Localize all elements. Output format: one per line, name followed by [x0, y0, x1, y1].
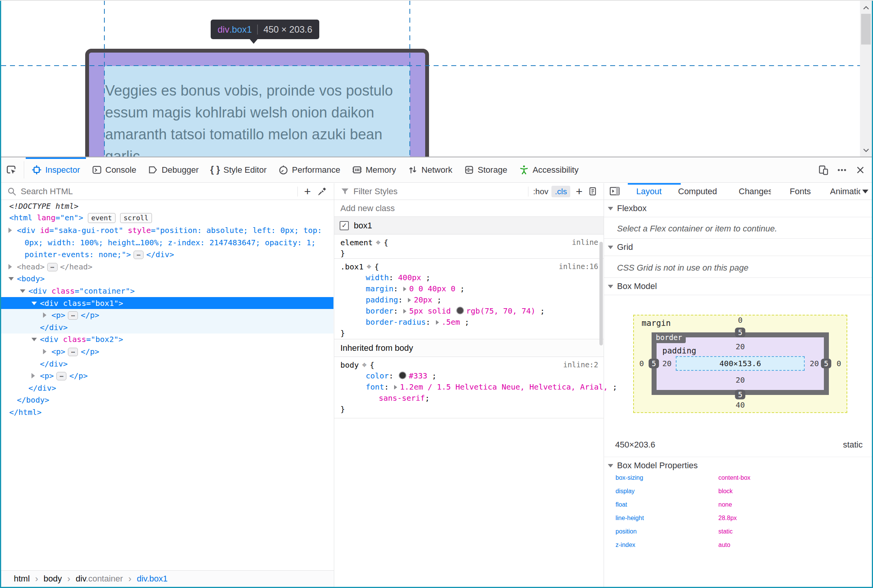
page-scrollbar-thumb[interactable]: [861, 14, 871, 45]
margin-bottom-value[interactable]: 40: [736, 400, 745, 410]
selector-highlighter-icon[interactable]: ⌖: [366, 262, 371, 271]
markup-line[interactable]: <div class="box2">: [0, 334, 333, 346]
css-declaration-width[interactable]: width: 400px ;: [334, 272, 604, 283]
markup-line[interactable]: <div class="container">: [0, 285, 333, 297]
markup-tree: <!DOCTYPE html><html lang="en">eventscro…: [0, 0, 334, 570]
responsive-mode-icon[interactable]: [817, 164, 830, 177]
breadcrumb-item-div[interactable]: div.container: [76, 574, 123, 584]
expand-arrow[interactable]: [43, 312, 46, 318]
expand-shorthand-icon[interactable]: [394, 385, 397, 390]
collapse-arrow[interactable]: [31, 338, 37, 341]
add-new-class-row[interactable]: Add new class: [334, 200, 604, 217]
tab-computed[interactable]: Computed: [678, 183, 721, 200]
padding-right-value[interactable]: 20: [810, 359, 819, 368]
collapsed-content-badge[interactable]: ⋯: [134, 251, 144, 259]
stylesheet-source-link[interactable]: inline:2: [563, 359, 598, 370]
color-swatch[interactable]: [399, 372, 406, 379]
markup-line[interactable]: pointer-events: none;">⋯</div>: [0, 248, 333, 261]
selector-highlighter-icon[interactable]: ⌖: [376, 238, 380, 247]
border-right-value[interactable]: 5: [821, 359, 831, 368]
tab-fonts[interactable]: Fonts: [790, 183, 811, 200]
css-declaration-padding[interactable]: padding: 20px ;: [334, 294, 604, 306]
padding-bottom-value[interactable]: 20: [736, 375, 745, 385]
css-declaration-color[interactable]: color: #333 ;: [334, 370, 604, 382]
padding-top-value[interactable]: 20: [736, 342, 745, 351]
event-badge[interactable]: event: [88, 213, 116, 223]
expand-shorthand-icon[interactable]: [403, 309, 406, 314]
expand-arrow[interactable]: [8, 228, 12, 233]
breadcrumb-item-html[interactable]: html: [14, 574, 30, 584]
padding-left-value[interactable]: 20: [662, 359, 672, 368]
grid-section-header[interactable]: Grid: [604, 239, 872, 256]
box-model-properties-header[interactable]: Box Model Properties: [604, 457, 872, 474]
scroll-up-icon[interactable]: [862, 4, 870, 12]
rule-selector[interactable]: .box1: [340, 262, 363, 271]
border-top-value[interactable]: 5: [735, 328, 745, 337]
markup-line[interactable]: <body>: [0, 273, 333, 285]
markup-line[interactable]: </html>: [0, 406, 333, 418]
markup-line[interactable]: <html lang="en">eventscroll: [0, 212, 333, 225]
margin-left-value[interactable]: 0: [639, 359, 644, 368]
expand-arrow[interactable]: [43, 349, 46, 354]
rule-selector[interactable]: body: [340, 360, 359, 370]
rule-selector[interactable]: element: [340, 238, 373, 247]
stylesheet-source-link[interactable]: inline:16: [559, 261, 598, 272]
css-declaration-border[interactable]: border: 5px solid rgb(75, 70, 74) ;: [334, 306, 604, 317]
markup-line[interactable]: <p>⋯</p>: [0, 345, 333, 358]
markup-line[interactable]: <p>⋯</p>: [0, 309, 333, 321]
bmp-property-name: float: [616, 501, 627, 508]
markup-line[interactable]: <p>⋯</p>: [0, 370, 333, 382]
expand-shorthand-icon[interactable]: [436, 320, 439, 325]
rules-scrollbar-thumb[interactable]: [599, 242, 603, 345]
margin-right-value[interactable]: 0: [837, 359, 841, 368]
sidebar-toggle-icon[interactable]: [609, 186, 620, 196]
tab-animations[interactable]: Animations: [830, 183, 860, 200]
tab-changes[interactable]: Changes: [739, 183, 771, 200]
selector-highlighter-icon[interactable]: ⌖: [362, 360, 366, 370]
meatball-menu-icon[interactable]: [835, 164, 848, 177]
collapsed-content-badge[interactable]: ⋯: [68, 348, 78, 356]
color-swatch[interactable]: [456, 307, 464, 314]
expand-arrow[interactable]: [8, 264, 12, 269]
collapse-arrow[interactable]: [20, 289, 25, 293]
markup-line[interactable]: </div>: [0, 321, 333, 334]
collapse-arrow[interactable]: [31, 302, 37, 305]
breadcrumb-item-body[interactable]: body: [44, 574, 62, 584]
markup-line[interactable]: <div class="box1">: [0, 297, 333, 309]
scroll-badge[interactable]: scroll: [120, 213, 152, 223]
collapsed-content-badge[interactable]: ⋯: [47, 263, 57, 271]
css-declaration-border-radius[interactable]: border-radius: .5em ;: [334, 317, 604, 328]
breadcrumb-item-div-box1[interactable]: div.box1: [137, 574, 167, 584]
stylesheet-source-link[interactable]: inline: [572, 237, 598, 248]
box-model-content-region[interactable]: 400×153.6: [676, 356, 805, 371]
markup-line[interactable]: 0px; width: 100%; height…100%; z-index: …: [0, 236, 333, 249]
tab-layout[interactable]: Layout: [636, 183, 672, 200]
expand-shorthand-icon[interactable]: [408, 298, 411, 302]
collapsed-content-badge[interactable]: ⋯: [68, 311, 78, 320]
box-model-section-header[interactable]: Box Model: [604, 278, 872, 295]
markup-line[interactable]: <!DOCTYPE html>: [0, 200, 333, 212]
collapsed-content-badge[interactable]: ⋯: [56, 372, 66, 380]
markup-line[interactable]: <head>⋯</head>: [0, 261, 333, 273]
flexbox-section-header[interactable]: Flexbox: [604, 200, 872, 217]
markup-line[interactable]: <div id="saka-gui-root" style="position:…: [0, 224, 333, 236]
scroll-down-icon[interactable]: [862, 146, 870, 154]
expand-shorthand-icon[interactable]: [403, 287, 406, 291]
border-bottom-value[interactable]: 5: [735, 390, 745, 400]
markup-line[interactable]: </div>: [0, 382, 333, 394]
collapse-arrow[interactable]: [8, 277, 14, 281]
margin-top-value[interactable]: 0: [738, 315, 743, 325]
all-tabs-dropdown-icon[interactable]: [862, 190, 868, 193]
expand-arrow[interactable]: [31, 373, 35, 378]
css-declaration-font[interactable]: font: 1.2em / 1.5 Helvetica Neue, Helvet…: [334, 382, 604, 393]
class-checkbox[interactable]: ✓: [340, 221, 349, 230]
css-declaration-margin[interactable]: margin: 0 0 40px 0 ;: [334, 283, 604, 294]
border-left-value[interactable]: 5: [649, 359, 659, 368]
close-icon[interactable]: [854, 164, 867, 177]
add-new-class-input[interactable]: Add new class: [340, 203, 395, 213]
sidebar-tab-strip: LayoutComputedChangesFontsAnimations: [604, 183, 872, 200]
css-declaration-wrap[interactable]: sans-serif;: [334, 393, 604, 404]
markup-line[interactable]: </div>: [0, 358, 333, 370]
bmp-property-value: static: [718, 528, 733, 535]
markup-line[interactable]: </body>: [0, 394, 333, 406]
